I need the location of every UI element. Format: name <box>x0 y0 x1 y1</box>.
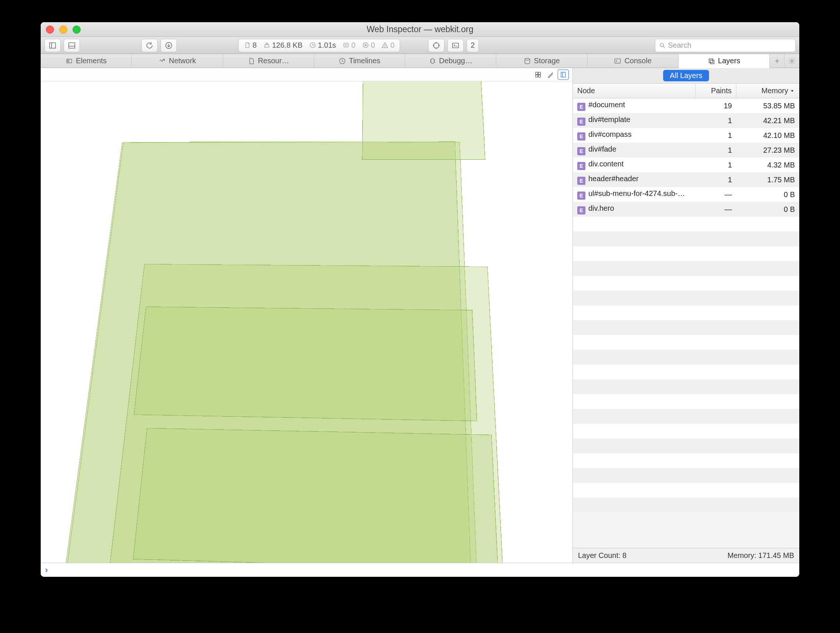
sidebar-footer: Layer Count: 8 Memory: 171.45 MB <box>573 548 799 563</box>
element-badge: E <box>577 177 586 185</box>
titlebar: Web Inspector — webkit.org <box>41 22 799 37</box>
console-toggle-button[interactable] <box>447 39 464 52</box>
svg-rect-40 <box>535 72 538 74</box>
reload-button[interactable] <box>141 39 158 52</box>
warnings-metric: 0 <box>382 41 395 50</box>
all-layers-pill[interactable]: All Layers <box>663 70 709 81</box>
tab-network[interactable]: Network <box>132 54 223 68</box>
svg-rect-42 <box>535 75 538 77</box>
cell-paints: — <box>696 191 736 199</box>
column-node[interactable]: Node <box>573 83 696 98</box>
cell-memory: 4.32 MB <box>736 161 799 169</box>
element-badge: E <box>577 192 586 200</box>
table-row[interactable]: Eheader#header11.75 MB <box>573 172 799 187</box>
empty-row <box>573 379 799 394</box>
tab-bar: Elements Network Resour… Timelines Debug… <box>41 54 799 68</box>
layers-canvas-panel <box>41 68 572 563</box>
svg-rect-0 <box>50 43 56 48</box>
layers-3d-canvas[interactable] <box>41 81 572 563</box>
storage-icon <box>524 57 531 65</box>
empty-row <box>573 483 799 498</box>
close-button[interactable] <box>46 25 54 34</box>
toggle-left-sidebar-button[interactable] <box>44 39 61 52</box>
svg-rect-44 <box>561 72 565 77</box>
tab-storage[interactable]: Storage <box>496 54 587 68</box>
tab-resources[interactable]: Resour… <box>223 54 314 68</box>
sort-desc-icon <box>789 88 795 93</box>
console-prompt-bar[interactable]: › <box>41 563 799 577</box>
cell-node: Ediv#template <box>573 115 696 126</box>
time-metric: 1.01s <box>309 41 336 50</box>
svg-rect-41 <box>538 72 541 74</box>
column-paints[interactable]: Paints <box>696 83 736 98</box>
svg-point-39 <box>791 60 793 62</box>
cell-memory: 27.23 MB <box>736 146 799 154</box>
element-badge: E <box>577 147 586 155</box>
cell-memory: 0 B <box>736 191 799 199</box>
grid-view-button[interactable] <box>532 69 543 80</box>
cell-memory: 0 B <box>736 205 799 214</box>
empty-row <box>573 350 799 365</box>
new-tab-button[interactable] <box>770 54 785 68</box>
table-row[interactable]: Ediv.hero—0 B <box>573 202 799 217</box>
issues-count-button[interactable]: 2 <box>467 39 479 52</box>
zoom-button[interactable] <box>73 25 81 34</box>
minimize-button[interactable] <box>59 25 67 34</box>
timelines-icon <box>339 57 346 65</box>
cell-memory: 42.21 MB <box>736 117 799 125</box>
tab-elements[interactable]: Elements <box>41 54 132 68</box>
cell-node: Ediv.content <box>573 160 696 170</box>
resources-icon <box>248 57 255 65</box>
column-memory[interactable]: Memory <box>736 83 799 98</box>
element-badge: E <box>577 132 586 140</box>
table-row[interactable]: Ediv.content14.32 MB <box>573 157 799 172</box>
cell-paints: 1 <box>696 146 736 154</box>
empty-row <box>573 468 799 483</box>
layer-visual <box>362 81 485 160</box>
tab-settings-button[interactable] <box>785 54 799 68</box>
dashboard-metrics: 8 126.8 KB 1.01s 0 0 0 <box>238 39 400 52</box>
tab-debugger[interactable]: Debugg… <box>405 54 496 68</box>
window-title: Web Inspector — webkit.org <box>41 24 799 35</box>
layer-visual <box>133 428 498 563</box>
search-placeholder: Search <box>668 41 691 50</box>
layers-table-header: Node Paints Memory <box>573 83 799 98</box>
cell-memory: 53.85 MB <box>736 102 799 110</box>
cell-node: Eul#sub-menu-for-4274.sub-… <box>573 189 696 200</box>
search-field[interactable]: Search <box>655 39 796 52</box>
debugger-icon <box>429 57 436 65</box>
tab-layers[interactable]: Layers <box>679 54 770 68</box>
gear-icon <box>789 58 795 65</box>
cell-node: Ediv.hero <box>573 204 696 214</box>
table-row[interactable]: Ediv#compass142.10 MB <box>573 128 799 143</box>
cell-memory: 1.75 MB <box>736 176 799 184</box>
element-picker-button[interactable] <box>428 39 444 52</box>
svg-point-15 <box>385 47 385 47</box>
log-icon <box>343 42 349 49</box>
layers-table-body: E#document1953.85 MBEdiv#template142.21 … <box>573 98 799 548</box>
empty-row <box>573 453 799 468</box>
compositing-borders-button[interactable] <box>557 69 569 80</box>
download-button[interactable] <box>161 39 177 52</box>
svg-line-24 <box>663 46 665 48</box>
sidebar-filter-bar: All Layers <box>573 68 799 83</box>
weight-icon <box>264 42 270 49</box>
requests-metric: 8 <box>244 41 257 50</box>
tab-console[interactable]: Console <box>587 54 679 68</box>
cell-paints: 19 <box>696 102 736 110</box>
paint-flashing-button[interactable] <box>545 69 556 80</box>
empty-row <box>573 424 799 439</box>
toggle-bottom-panel-button[interactable] <box>64 39 80 52</box>
table-row[interactable]: Ediv#fade127.23 MB <box>573 143 799 157</box>
elements-icon <box>65 57 73 65</box>
plus-icon <box>774 58 780 65</box>
element-badge: E <box>577 103 586 111</box>
table-row[interactable]: Ediv#template142.21 MB <box>573 113 799 128</box>
table-row[interactable]: E#document1953.85 MB <box>573 98 799 113</box>
search-icon <box>659 42 666 49</box>
cell-node: Ediv#compass <box>573 130 696 140</box>
table-row[interactable]: Eul#sub-menu-for-4274.sub-…—0 B <box>573 187 799 202</box>
svg-point-28 <box>431 58 434 63</box>
tab-timelines[interactable]: Timelines <box>314 54 405 68</box>
cell-paints: 1 <box>696 176 736 184</box>
